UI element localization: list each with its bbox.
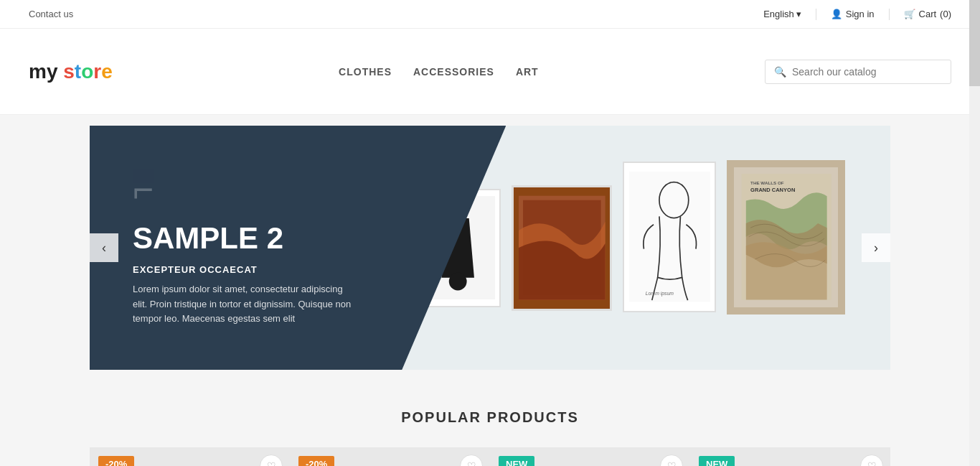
cart-button[interactable]: 🛒 Cart (0): [904, 9, 951, 19]
chevron-down-icon: ▾: [796, 9, 801, 19]
main-nav: CLOTHES ACCESSORIES ART: [339, 66, 539, 78]
nav-item-accessories[interactable]: ACCESSORIES: [413, 66, 494, 78]
product-card-3: NEW ♡: [490, 447, 690, 466]
logo-my: my: [29, 60, 63, 83]
hero-slider: Lorem ipsum THE WALLS OF GRAND CANYON: [90, 126, 890, 370]
search-bar: 🔍: [765, 60, 951, 84]
top-bar: Contact us English ▾ 👤 Sign in 🛒 Cart (0…: [0, 0, 980, 29]
art-frame-2: [512, 185, 612, 311]
search-input[interactable]: [792, 66, 942, 78]
nav-item-clothes[interactable]: CLOTHES: [339, 66, 392, 78]
cart-label: Cart: [919, 9, 937, 19]
product-image-1: -20% ♡: [90, 447, 290, 466]
popular-products-title: POPULAR PRODUCTS: [0, 409, 980, 426]
product-card-4: NEW ♡: [690, 447, 890, 466]
product-card-1: -20% ♡: [90, 447, 290, 466]
art-svg-2: [519, 193, 606, 302]
hero-logo-symbol: ⌐: [133, 169, 463, 210]
user-icon: 👤: [831, 9, 842, 19]
art-frame-4: THE WALLS OF GRAND CANYON: [727, 160, 845, 314]
language-label: English: [763, 9, 794, 19]
chevron-right-icon: ›: [874, 241, 878, 256]
header: my store CLOTHES ACCESSORIES ART 🔍: [0, 29, 980, 115]
search-icon: 🔍: [774, 66, 786, 78]
product-image-2: -20% ♡: [290, 447, 490, 466]
product-badge-3: NEW: [499, 456, 534, 466]
svg-text:GRAND CANYON: GRAND CANYON: [750, 187, 795, 193]
product-badge-2: -20%: [298, 456, 334, 466]
svg-text:Lorem ipsum: Lorem ipsum: [645, 292, 674, 297]
wishlist-button-3[interactable]: ♡: [660, 455, 683, 466]
slider-prev-button[interactable]: ‹: [90, 233, 118, 262]
hero-description: Lorem ipsum dolor sit amet, consectetur …: [133, 282, 355, 327]
products-row: -20% ♡ -20% ♡: [0, 447, 980, 466]
scrollbar-thumb[interactable]: [969, 0, 980, 86]
svg-point-1: [449, 272, 467, 290]
sign-in-label: Sign in: [846, 9, 875, 19]
product-badge-1: -20%: [98, 456, 134, 466]
popular-products-section: POPULAR PRODUCTS -20% ♡ -20%: [0, 381, 980, 466]
product-badge-4: NEW: [699, 456, 735, 466]
scrollbar[interactable]: [969, 0, 980, 466]
logo[interactable]: my store: [29, 60, 113, 83]
svg-text:THE WALLS OF: THE WALLS OF: [750, 180, 784, 185]
wishlist-button-2[interactable]: ♡: [460, 455, 483, 466]
language-selector[interactable]: English ▾: [763, 9, 801, 19]
nav-item-art[interactable]: ART: [516, 66, 539, 78]
contact-us-link[interactable]: Contact us: [29, 9, 73, 19]
product-card-2: -20% ♡: [290, 447, 490, 466]
art-svg-4: THE WALLS OF GRAND CANYON: [740, 174, 834, 300]
hero-subtitle: EXCEPTEUR OCCAECAT: [133, 264, 463, 275]
wishlist-button-4[interactable]: ♡: [860, 455, 883, 466]
top-bar-right: English ▾ 👤 Sign in 🛒 Cart (0): [763, 9, 951, 20]
logo-text: my store: [29, 60, 113, 83]
cart-count: (0): [940, 9, 951, 19]
art-frame-3: Lorem ipsum: [623, 162, 716, 312]
hero-title: SAMPLE 2: [133, 221, 463, 256]
art-svg-3: Lorem ipsum: [629, 170, 710, 303]
sign-in-button[interactable]: 👤 Sign in: [831, 9, 875, 19]
divider: [889, 9, 890, 20]
hero-slide: Lorem ipsum THE WALLS OF GRAND CANYON: [90, 126, 890, 370]
product-image-4: NEW ♡: [690, 447, 890, 466]
cart-icon: 🛒: [904, 9, 915, 19]
product-image-3: NEW ♡: [490, 447, 690, 466]
divider: [816, 9, 816, 20]
top-bar-left: Contact us: [29, 9, 73, 19]
wishlist-button-1[interactable]: ♡: [260, 455, 283, 466]
svg-rect-4: [629, 172, 710, 302]
chevron-left-icon: ‹: [102, 241, 106, 256]
slider-next-button[interactable]: ›: [862, 233, 890, 262]
